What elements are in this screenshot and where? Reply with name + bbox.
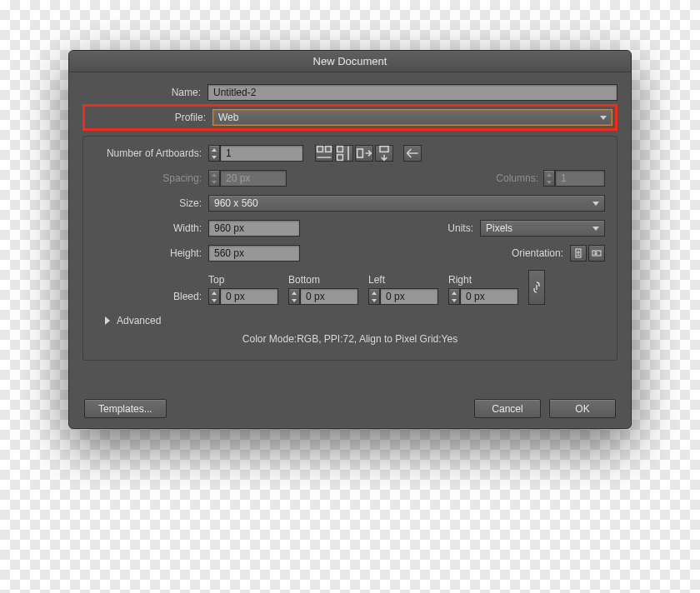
bleed-link-button[interactable] xyxy=(528,270,545,305)
bleed-right-input[interactable] xyxy=(460,288,518,305)
artboards-stepper[interactable] xyxy=(208,145,220,162)
svg-rect-0 xyxy=(318,147,323,152)
size-dropdown[interactable]: 960 x 560 xyxy=(208,195,605,212)
columns-input xyxy=(555,170,605,187)
artboards-input[interactable] xyxy=(220,145,303,162)
new-document-dialog: New Document Name: Profile: Web Number o… xyxy=(68,50,632,429)
width-label: Width: xyxy=(95,222,208,234)
spacing-label: Spacing: xyxy=(95,172,208,184)
bleed-left-label: Left xyxy=(368,274,438,286)
size-value: 960 x 560 xyxy=(214,197,258,209)
profile-dropdown[interactable]: Web xyxy=(212,109,612,126)
height-input[interactable] xyxy=(208,245,300,262)
artboards-label: Number of Artboards: xyxy=(95,147,208,159)
bleed-bottom-stepper[interactable] xyxy=(288,288,300,305)
profile-value: Web xyxy=(218,112,238,123)
units-value: Pixels xyxy=(486,222,512,234)
units-dropdown[interactable]: Pixels xyxy=(480,220,605,237)
bleed-right-label: Right xyxy=(448,274,518,286)
settings-panel: Number of Artboards: Spacing: xyxy=(82,136,618,361)
svg-point-7 xyxy=(578,252,579,253)
svg-rect-3 xyxy=(338,155,343,161)
bleed-left-stepper[interactable] xyxy=(368,288,380,305)
bleed-top-label: Top xyxy=(208,274,278,286)
name-label: Name: xyxy=(82,87,208,98)
advanced-label: Advanced xyxy=(117,315,161,326)
bleed-bottom-input[interactable] xyxy=(300,288,358,305)
arrange-left-icon[interactable] xyxy=(403,145,422,162)
spacing-input xyxy=(220,170,287,187)
bleed-bottom-label: Bottom xyxy=(288,274,358,286)
arrange-down-icon[interactable] xyxy=(375,145,393,162)
arrange-right-icon[interactable] xyxy=(355,145,373,162)
bleed-top-input[interactable] xyxy=(220,288,278,305)
name-input[interactable] xyxy=(208,84,618,101)
document-summary: Color Mode:RGB, PPI:72, Align to Pixel G… xyxy=(95,333,605,345)
grid-by-row-icon[interactable] xyxy=(315,145,333,162)
bleed-right-stepper[interactable] xyxy=(448,288,460,305)
bleed-top-stepper[interactable] xyxy=(208,288,220,305)
spacing-stepper xyxy=(208,170,220,187)
svg-rect-5 xyxy=(380,147,388,152)
link-icon xyxy=(532,282,541,293)
height-label: Height: xyxy=(95,247,208,259)
advanced-disclosure[interactable]: Advanced xyxy=(105,315,605,326)
svg-rect-1 xyxy=(326,147,332,152)
disclosure-triangle-icon xyxy=(105,316,110,325)
columns-stepper xyxy=(543,170,555,187)
orientation-landscape-button[interactable] xyxy=(588,245,605,262)
columns-label: Columns: xyxy=(496,172,543,184)
dialog-title: New Document xyxy=(313,55,388,67)
bleed-left-input[interactable] xyxy=(380,288,438,305)
templates-button[interactable]: Templates... xyxy=(84,399,167,418)
orientation-portrait-button[interactable] xyxy=(570,245,587,262)
cancel-button[interactable]: Cancel xyxy=(474,399,541,418)
svg-point-9 xyxy=(595,252,597,253)
ok-button[interactable]: OK xyxy=(549,399,616,418)
svg-rect-2 xyxy=(338,147,343,152)
size-label: Size: xyxy=(95,197,208,209)
profile-highlight-box: Profile: Web xyxy=(82,104,618,131)
grid-by-column-icon[interactable] xyxy=(335,145,353,162)
units-label: Units: xyxy=(405,222,480,234)
bleed-label: Bleed: xyxy=(95,291,208,305)
profile-label: Profile: xyxy=(88,112,212,123)
width-input[interactable] xyxy=(208,220,300,237)
svg-rect-4 xyxy=(358,149,363,157)
orientation-label: Orientation: xyxy=(495,247,570,259)
dialog-titlebar[interactable]: New Document xyxy=(69,51,631,72)
